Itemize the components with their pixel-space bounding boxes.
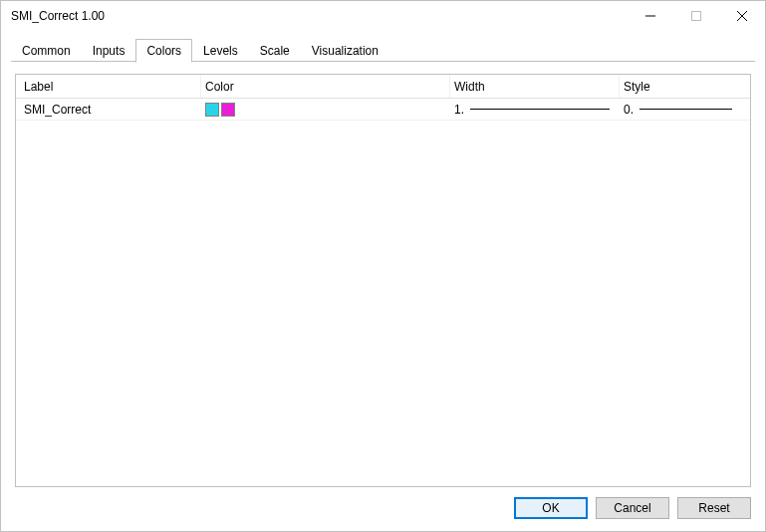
header-label[interactable]: Label (16, 75, 201, 98)
window-title: SMI_Correct 1.00 (11, 9, 628, 23)
titlebar: SMI_Correct 1.00 (1, 1, 765, 31)
color-swatch-1[interactable] (205, 103, 219, 117)
style-line-sample (639, 109, 732, 110)
table-row[interactable]: SMI_Correct 1. 0. (16, 99, 750, 121)
tab-colors[interactable]: Colors (135, 39, 192, 63)
table-header-row: Label Color Width Style (16, 75, 750, 99)
ok-button[interactable]: OK (514, 497, 588, 519)
reset-button[interactable]: Reset (677, 497, 751, 519)
row-color-cell[interactable] (201, 103, 450, 117)
tab-inputs[interactable]: Inputs (82, 39, 136, 63)
tab-bar: Common Inputs Colors Levels Scale Visual… (1, 31, 765, 62)
close-button[interactable] (719, 1, 765, 31)
window-controls (628, 1, 765, 31)
tab-levels[interactable]: Levels (192, 39, 249, 63)
style-value: 0. (624, 103, 634, 117)
colors-table: Label Color Width Style SMI_Correct 1. 0… (15, 74, 751, 487)
content-area: Label Color Width Style SMI_Correct 1. 0… (1, 62, 765, 487)
dialog-footer: OK Cancel Reset (1, 487, 765, 529)
header-style[interactable]: Style (620, 75, 750, 98)
color-swatch-2[interactable] (221, 103, 235, 117)
svg-rect-1 (692, 12, 701, 21)
minimize-button[interactable] (628, 1, 673, 31)
tab-common[interactable]: Common (11, 39, 82, 63)
width-line-sample (470, 109, 610, 110)
tab-scale[interactable]: Scale (249, 39, 301, 63)
tab-visualization[interactable]: Visualization (301, 39, 389, 63)
row-label: SMI_Correct (16, 103, 201, 117)
header-color[interactable]: Color (201, 75, 450, 98)
maximize-button (673, 1, 719, 31)
row-style-cell[interactable]: 0. (620, 103, 750, 117)
header-width[interactable]: Width (450, 75, 620, 98)
row-width-cell[interactable]: 1. (450, 103, 620, 117)
color-swatches (205, 103, 450, 117)
cancel-button[interactable]: Cancel (596, 497, 669, 519)
width-value: 1. (454, 103, 464, 117)
